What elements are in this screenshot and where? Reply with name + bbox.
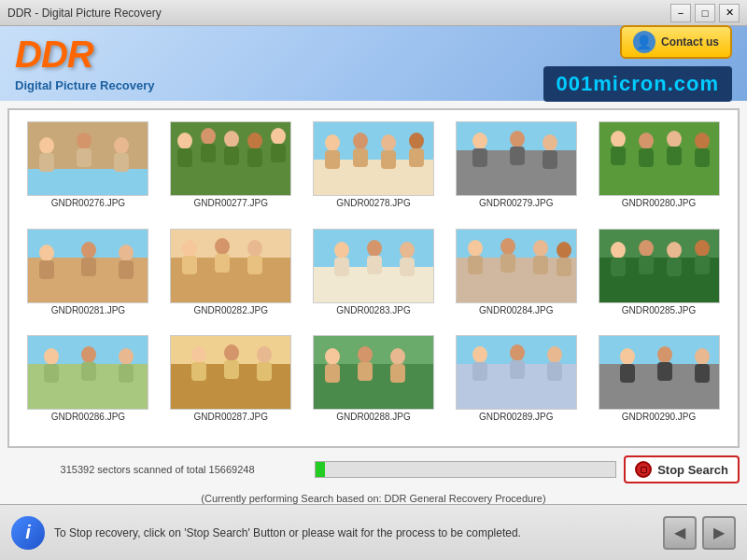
svg-point-21 [325,134,340,151]
svg-rect-89 [695,256,710,274]
svg-rect-111 [358,362,373,381]
thumb-image-279 [456,121,577,196]
stop-search-button[interactable]: Stop Search [624,455,740,483]
contact-button[interactable]: 👤 Contact us [620,25,732,59]
thumbnail-287[interactable]: GNDR00287.JPG [160,331,303,439]
back-button[interactable]: ◀ [663,516,697,550]
thumb-image-284 [456,229,577,303]
thumb-label-280: GNDR00280.JPG [622,198,696,208]
svg-rect-69 [400,258,415,276]
svg-point-82 [611,242,626,259]
svg-point-102 [224,344,239,361]
svg-rect-57 [182,256,197,274]
svg-rect-10 [177,148,192,167]
thumbnail-276[interactable]: GNDR00276.JPG [17,118,160,225]
svg-point-2 [39,137,54,154]
svg-point-126 [657,346,672,363]
svg-rect-28 [409,148,424,167]
app-logo: DDR [15,35,155,73]
progress-subtitle: (Currently performing Search based on: D… [7,493,740,504]
close-button[interactable]: ✕ [719,4,740,22]
svg-rect-109 [325,364,340,383]
svg-point-118 [510,344,525,361]
svg-rect-77 [533,256,548,274]
svg-point-13 [224,131,239,147]
header-right: 👤 Contact us 001micron.com [543,25,732,102]
minimize-button[interactable]: − [670,4,691,22]
svg-rect-61 [247,256,262,274]
svg-point-128 [695,348,710,365]
svg-rect-67 [367,256,382,274]
svg-rect-53 [119,260,134,279]
thumbnail-285[interactable]: GNDR00285.JPG [587,225,730,332]
svg-rect-87 [667,258,682,276]
thumb-image-283 [313,229,434,303]
progress-row: 315392 sectors scanned of total 15669248… [7,455,740,483]
svg-rect-79 [557,258,571,276]
svg-point-76 [533,240,548,257]
status-message: To Stop recovery, click on 'Stop Search'… [54,526,654,539]
svg-rect-39 [611,147,626,165]
thumbnail-286[interactable]: GNDR00286.JPG [17,331,160,439]
thumb-image-278 [313,121,434,196]
svg-rect-49 [39,260,54,279]
svg-rect-101 [191,362,206,381]
thumb-label-279: GNDR00279.JPG [479,198,553,208]
contact-label: Contact us [661,35,719,49]
thumbnail-281[interactable]: GNDR00281.JPG [17,225,160,332]
svg-rect-3 [39,153,54,172]
svg-point-27 [409,133,424,149]
svg-point-104 [257,346,272,363]
svg-point-120 [547,346,562,363]
thumbnail-279[interactable]: GNDR00279.JPG [444,118,587,225]
svg-point-92 [44,348,59,365]
thumb-image-277 [170,121,291,196]
svg-point-94 [81,346,96,363]
thumb-label-285: GNDR00285.JPG [622,305,696,315]
svg-rect-65 [334,258,349,276]
svg-point-9 [177,133,192,149]
svg-rect-45 [695,148,710,167]
thumbnail-283[interactable]: GNDR00283.JPG [303,225,445,332]
thumbnail-282[interactable]: GNDR00282.JPG [160,225,303,332]
svg-point-33 [510,131,525,147]
thumbnail-280[interactable]: GNDR00280.JPG [587,118,730,225]
forward-button[interactable]: ▶ [702,516,736,550]
thumbnail-278[interactable]: GNDR00278.JPG [303,118,445,225]
svg-point-112 [390,348,405,365]
header: DDR Digital Picture Recovery 👤 Contact u… [0,26,747,101]
titlebar-title: DDR - Digital Picture Recovery [7,7,162,20]
header-branding: DDR Digital Picture Recovery [15,35,155,92]
thumbnail-panel[interactable]: GNDR00276.JPGGNDR00277.JPGGNDR00278.JPGG… [7,108,740,448]
thumbnail-284[interactable]: GNDR00284.JPG [444,225,587,332]
progress-bar [315,461,616,478]
thumbnail-288[interactable]: GNDR00288.JPG [303,331,445,439]
svg-rect-32 [472,148,487,167]
svg-rect-129 [695,364,710,383]
svg-rect-34 [510,147,525,165]
svg-rect-103 [224,360,239,379]
thumb-image-288 [313,335,434,410]
svg-rect-121 [547,362,562,381]
svg-rect-12 [201,144,216,162]
svg-rect-43 [667,147,682,165]
svg-point-50 [81,242,96,259]
svg-rect-83 [611,258,626,276]
thumbnail-277[interactable]: GNDR00277.JPG [160,118,303,225]
thumb-label-278: GNDR00278.JPG [336,198,410,208]
svg-point-68 [400,242,415,259]
statusbar: i To Stop recovery, click on 'Stop Searc… [0,504,747,560]
svg-point-84 [639,240,654,257]
svg-rect-113 [390,364,405,383]
progress-text: 315392 sectors scanned of total 15669248 [7,464,307,475]
thumbnail-289[interactable]: GNDR00289.JPG [444,331,587,439]
svg-rect-51 [81,258,96,276]
svg-rect-93 [44,364,59,383]
progress-fill [316,462,325,477]
svg-point-48 [39,245,54,261]
thumb-label-286: GNDR00286.JPG [51,412,125,422]
progress-area: 315392 sectors scanned of total 15669248… [0,455,747,504]
maximize-button[interactable]: □ [695,4,715,22]
nav-buttons: ◀ ▶ [663,516,736,550]
thumbnail-290[interactable]: GNDR00290.JPG [587,331,730,439]
